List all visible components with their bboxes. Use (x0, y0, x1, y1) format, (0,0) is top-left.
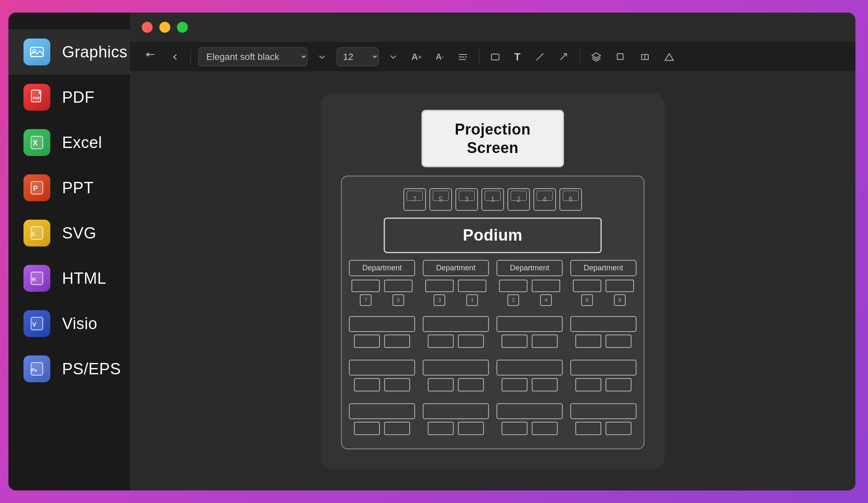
plain-chairs (428, 422, 484, 435)
sidebar-item-excel[interactable]: X Excel (8, 120, 130, 165)
sidebar-item-pseps[interactable]: Ps PS/EPS (8, 346, 130, 392)
desk-chairs: 3 (434, 294, 445, 306)
plain-chair (354, 422, 380, 435)
font-size-select[interactable]: 12 891011 1416182436 (337, 47, 379, 66)
plain-row-4a (349, 403, 637, 435)
plain-chairs (428, 334, 484, 348)
size-dropdown-btn[interactable] (386, 50, 400, 64)
plain-chair (458, 378, 484, 392)
svg-rect-18 (617, 54, 623, 60)
align-btn[interactable] (455, 49, 471, 65)
podium-box: Podium (384, 218, 602, 253)
plain-table (349, 360, 415, 376)
plain-chairs (502, 378, 558, 392)
desk-table (606, 280, 634, 292)
top-chairs-row: 7 5 3 1 2 (403, 188, 582, 211)
plain-chairs (502, 334, 558, 348)
plain-chair (532, 422, 558, 435)
chair-1: 1 (481, 188, 504, 211)
dept-group-1: Department 7 (349, 260, 415, 306)
desk-table (458, 280, 486, 292)
chair-2: 2 (507, 188, 530, 211)
chair-4: 4 (533, 188, 556, 211)
pseps-icon: Ps (23, 355, 50, 382)
increase-font-btn[interactable]: A+ (408, 48, 425, 66)
plain-chair (458, 422, 484, 435)
desk-unit-1: 1 (458, 280, 486, 306)
desk-unit-8: 8 (606, 280, 634, 306)
font-dropdown-btn[interactable] (315, 50, 329, 64)
plain-table (496, 360, 563, 376)
plain-table (496, 316, 563, 332)
toolbar-divider-1 (190, 49, 191, 65)
arrow-btn[interactable] (556, 49, 572, 65)
traffic-light-yellow[interactable] (159, 22, 170, 33)
toolbar-divider-3 (580, 49, 580, 65)
plain-row-2a (349, 316, 637, 348)
app-wrapper: Graphics PDF PDF X Excel (0, 0, 868, 503)
rect-btn[interactable] (487, 49, 504, 65)
toolbar: Elegant soft black 12 891011 1416182436 … (130, 42, 855, 72)
plain-table (423, 360, 489, 376)
traffic-light-red[interactable] (142, 22, 153, 33)
dept-group-2: Department 3 (423, 260, 489, 306)
plain-chair (354, 334, 380, 348)
desk-table (532, 280, 560, 292)
desk-unit-5: 5 (384, 280, 413, 306)
layout-btn[interactable] (637, 49, 653, 65)
svg-text:P: P (33, 185, 38, 192)
desk-chair: 6 (581, 294, 593, 306)
sidebar-label-pdf: PDF (62, 88, 95, 106)
font-select[interactable]: Elegant soft black (198, 47, 307, 66)
dept-row-1: Department 7 (349, 260, 637, 306)
traffic-light-green[interactable] (177, 22, 188, 33)
plain-desk-r3-2 (423, 360, 489, 392)
canvas-area[interactable]: Projection Screen 7 5 3 (130, 72, 855, 490)
plain-chairs (502, 422, 558, 435)
desk-table (573, 280, 601, 292)
sidebar-item-html[interactable]: H HTML (8, 256, 130, 301)
desk-chair: 8 (614, 294, 626, 306)
sidebar-label-excel: Excel (62, 134, 102, 152)
decrease-font-btn[interactable]: A- (432, 49, 447, 65)
sidebar-item-visio[interactable]: V Visio (8, 301, 130, 346)
plain-chair (532, 334, 558, 348)
desk-row-4: 6 8 (573, 280, 634, 306)
plain-desk-3 (496, 316, 563, 348)
desk-unit-3: 3 (425, 280, 454, 306)
plain-chair (606, 422, 632, 435)
sidebar-label-svg: SVG (62, 224, 96, 242)
back-button[interactable] (167, 49, 183, 65)
svg-text:V: V (32, 321, 36, 328)
plain-desk-r4-2 (423, 403, 489, 435)
plain-table (349, 403, 415, 419)
plain-chair (502, 378, 528, 392)
svg-icon: S (23, 220, 50, 246)
toolbar-divider-2 (479, 49, 479, 65)
sidebar-item-pdf[interactable]: PDF PDF (8, 75, 130, 120)
dept-label-2: Department (423, 260, 489, 276)
plain-chair (502, 422, 528, 435)
cut-button[interactable] (142, 48, 159, 66)
plain-desk-r3-4 (570, 360, 637, 392)
crop-btn[interactable] (612, 49, 629, 65)
desk-unit-2: 2 (499, 280, 528, 306)
pdf-icon: PDF (23, 84, 50, 111)
sidebar-item-svg[interactable]: S SVG (8, 210, 130, 256)
desk-chairs: 8 (614, 294, 626, 306)
plain-chair (384, 378, 410, 392)
ppt-icon: P (23, 174, 50, 201)
sidebar-item-ppt[interactable]: P PPT (8, 165, 130, 210)
desk-table (425, 280, 454, 292)
text-btn[interactable]: T (511, 48, 524, 66)
desk-chairs: 2 (507, 294, 519, 306)
diagram-card: Projection Screen 7 5 3 (321, 93, 665, 469)
triangle-btn[interactable] (661, 49, 678, 65)
plain-chair (428, 422, 454, 435)
line-btn[interactable] (531, 49, 548, 65)
layers-btn[interactable] (588, 49, 605, 65)
plain-desk-4 (570, 316, 637, 348)
plain-chairs (354, 378, 410, 392)
sidebar-item-graphics[interactable]: Graphics (8, 29, 130, 75)
desk-chair: 7 (360, 294, 372, 306)
